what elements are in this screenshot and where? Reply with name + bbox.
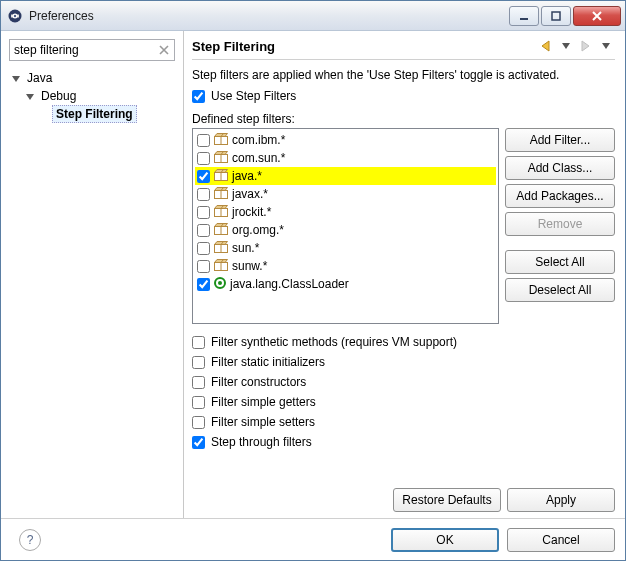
- page-description: Step filters are applied when the 'Use S…: [192, 68, 615, 82]
- options-group: Filter synthetic methods (requires VM su…: [192, 332, 615, 452]
- filter-synthetic-checkbox[interactable]: Filter synthetic methods (requires VM su…: [192, 332, 615, 352]
- filter-row[interactable]: com.sun.*: [195, 149, 496, 167]
- package-icon: [214, 205, 228, 220]
- nav-fwd-icon[interactable]: [577, 37, 595, 55]
- deselect-all-button[interactable]: Deselect All: [505, 278, 615, 302]
- filter-row[interactable]: sun.*: [195, 239, 496, 257]
- filter-static-init-checkbox[interactable]: Filter static initializers: [192, 352, 615, 372]
- package-icon: [214, 151, 228, 166]
- app-icon: [7, 8, 23, 24]
- filter-label: javax.*: [232, 187, 268, 201]
- expanded-twisty-icon[interactable]: [25, 91, 36, 102]
- preferences-window: Preferences: [0, 0, 626, 561]
- filter-label: sunw.*: [232, 259, 267, 273]
- preferences-tree: Java Debug Step Filtering: [5, 69, 179, 123]
- step-through-filters-checkbox[interactable]: Step through filters: [192, 432, 615, 452]
- package-icon: [214, 241, 228, 256]
- spacer: [39, 109, 50, 120]
- close-button[interactable]: [573, 6, 621, 26]
- add-packages-button[interactable]: Add Packages...: [505, 184, 615, 208]
- svg-point-15: [218, 281, 222, 285]
- search-input[interactable]: [9, 39, 175, 61]
- filter-label: com.ibm.*: [232, 133, 285, 147]
- window-title: Preferences: [29, 9, 509, 23]
- apply-button[interactable]: Apply: [507, 488, 615, 512]
- package-icon: [214, 223, 228, 238]
- filter-simple-setters-checkbox[interactable]: Filter simple setters: [192, 412, 615, 432]
- use-step-filters-checkbox[interactable]: Use Step Filters: [192, 86, 615, 106]
- select-all-button[interactable]: Select All: [505, 250, 615, 274]
- package-icon: [214, 169, 228, 184]
- package-icon: [214, 259, 228, 274]
- filter-row[interactable]: jrockit.*: [195, 203, 496, 221]
- filter-label: com.sun.*: [232, 151, 285, 165]
- page-title: Step Filtering: [192, 39, 535, 54]
- nav-fwd-menu-icon[interactable]: [597, 37, 615, 55]
- filter-checkbox[interactable]: [197, 224, 210, 237]
- tree-item-java[interactable]: Java: [11, 69, 179, 87]
- filter-checkbox[interactable]: [197, 152, 210, 165]
- svg-rect-4: [520, 18, 528, 20]
- filter-checkbox[interactable]: [197, 242, 210, 255]
- nav-back-icon[interactable]: [537, 37, 555, 55]
- filter-checkbox[interactable]: [197, 188, 210, 201]
- filter-row[interactable]: java.lang.ClassLoader: [195, 275, 496, 293]
- add-filter-button[interactable]: Add Filter...: [505, 128, 615, 152]
- filter-checkbox[interactable]: [197, 278, 210, 291]
- remove-button[interactable]: Remove: [505, 212, 615, 236]
- help-icon[interactable]: ?: [19, 529, 41, 551]
- filter-label: jrockit.*: [232, 205, 271, 219]
- filter-label: sun.*: [232, 241, 259, 255]
- use-step-filters-input[interactable]: [192, 90, 205, 103]
- clear-search-icon[interactable]: [155, 41, 173, 59]
- tree-item-step-filtering[interactable]: Step Filtering: [39, 105, 179, 123]
- filter-simple-getters-checkbox[interactable]: Filter simple getters: [192, 392, 615, 412]
- filter-row[interactable]: sunw.*: [195, 257, 496, 275]
- filter-checkbox[interactable]: [197, 134, 210, 147]
- filter-row[interactable]: java.*: [195, 167, 496, 185]
- defined-filters-list[interactable]: com.ibm.*com.sun.*java.*javax.*jrockit.*…: [192, 128, 499, 324]
- filter-label: java.lang.ClassLoader: [230, 277, 349, 291]
- filter-row[interactable]: javax.*: [195, 185, 496, 203]
- package-icon: [214, 187, 228, 202]
- filter-row[interactable]: com.ibm.*: [195, 131, 496, 149]
- filter-label: org.omg.*: [232, 223, 284, 237]
- filter-checkbox[interactable]: [197, 206, 210, 219]
- expanded-twisty-icon[interactable]: [11, 73, 22, 84]
- filter-constructors-checkbox[interactable]: Filter constructors: [192, 372, 615, 392]
- titlebar: Preferences: [1, 1, 625, 31]
- filter-checkbox[interactable]: [197, 170, 210, 183]
- nav-back-menu-icon[interactable]: [557, 37, 575, 55]
- preferences-sidebar: Java Debug Step Filtering: [1, 31, 184, 518]
- tree-item-debug[interactable]: Debug: [25, 87, 179, 105]
- minimize-button[interactable]: [509, 6, 539, 26]
- filter-row[interactable]: org.omg.*: [195, 221, 496, 239]
- class-icon: [214, 277, 226, 292]
- filter-checkbox[interactable]: [197, 260, 210, 273]
- ok-button[interactable]: OK: [391, 528, 499, 552]
- restore-defaults-button[interactable]: Restore Defaults: [393, 488, 501, 512]
- svg-rect-5: [552, 12, 560, 20]
- cancel-button[interactable]: Cancel: [507, 528, 615, 552]
- maximize-button[interactable]: [541, 6, 571, 26]
- add-class-button[interactable]: Add Class...: [505, 156, 615, 180]
- filter-label: java.*: [232, 169, 262, 183]
- preferences-page: Step Filtering Step filters are applied …: [184, 31, 625, 518]
- svg-point-3: [14, 14, 16, 16]
- defined-filters-label: Defined step filters:: [192, 112, 615, 126]
- package-icon: [214, 133, 228, 148]
- dialog-button-bar: ? OK Cancel: [1, 518, 625, 560]
